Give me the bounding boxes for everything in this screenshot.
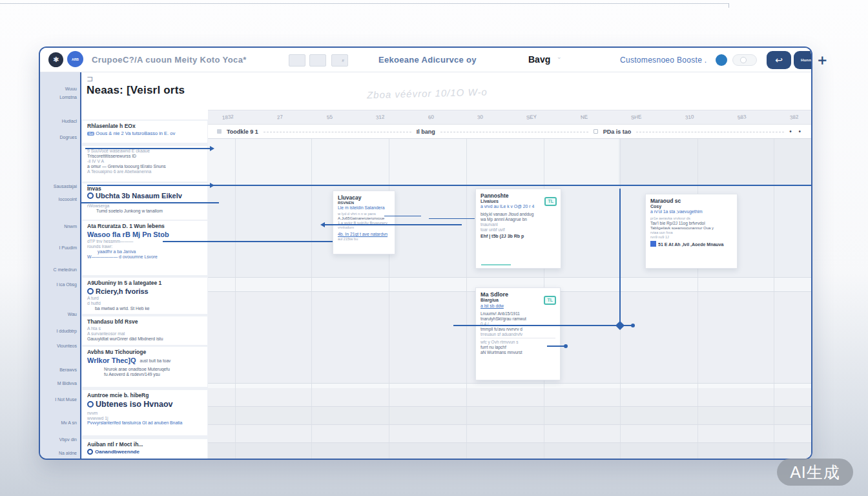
view-mode-button-2[interactable]	[309, 54, 326, 67]
task-heading: Ata Rcuratza D. 1 Wun lebens	[87, 223, 202, 229]
connector-dot-icon	[631, 324, 635, 327]
sidebar-item[interactable]: Vbpv din	[59, 437, 77, 442]
task-heading: Thandasu bfd Rsve	[87, 318, 202, 325]
view-selector[interactable]: Bavg	[528, 54, 550, 65]
sidebar-item[interactable]: Viounteos	[57, 344, 77, 348]
task-title-text: Oanandbweennde	[95, 449, 140, 455]
customize-board-link[interactable]: Customesnoeo Booste .	[620, 56, 707, 65]
dependency-line	[81, 202, 219, 203]
arrowhead-icon	[210, 146, 214, 151]
task-line: Nrurok arae onadtsoe Muteruqefu	[104, 367, 202, 371]
sidebar-item[interactable]: I ddudbtrp	[56, 329, 77, 333]
card-line: rvtaa uun fvva	[650, 231, 732, 234]
card-link[interactable]: a rv'ol 1a sta ;vaevugethim	[650, 209, 732, 214]
task-line: nvvm	[87, 411, 202, 415]
task-card[interactable]: Rhlasenlate h EOx SdOous & nie 2 Va tuts…	[82, 121, 207, 143]
nav-button[interactable]: Hunn	[794, 51, 812, 69]
color-chip-icon	[650, 241, 656, 247]
card-line: pr1e aeravka vrvkvur ds	[650, 216, 732, 220]
collapse-panel-icon[interactable]: ⊐	[87, 74, 93, 83]
app-logo-icon[interactable]: ✱	[48, 52, 63, 67]
top-accent-tick	[728, 3, 729, 8]
task-card[interactable]: Auiban ntl r Moct ih... Oanandbweennde	[82, 439, 207, 460]
sidebar-item[interactable]: Iocoooint	[59, 197, 77, 202]
task-line: yaadfhr a ba Janiva	[98, 249, 202, 254]
sidebar-item[interactable]: I ica Obsg	[56, 282, 77, 287]
canvas-stripe	[208, 388, 812, 406]
timeline-tick: 310	[685, 114, 694, 120]
dependency-line	[87, 185, 811, 186]
task-title-text: Wrlkor Thec]Q	[87, 356, 136, 364]
sidebar-item[interactable]: C metedrun	[53, 267, 77, 272]
sidebar-item[interactable]: Lomstna	[59, 95, 77, 99]
status-circle-icon[interactable]	[87, 449, 93, 455]
task-line: A hta s	[87, 326, 202, 331]
task-line: W—————— d ovouumne Lsvore	[87, 254, 202, 259]
sidebar-item[interactable]: I Puudim	[59, 245, 77, 250]
sidebar-item[interactable]: M Bidivva	[57, 381, 77, 386]
phase-2-label[interactable]: Il bang	[417, 129, 435, 135]
task-title[interactable]: Rciery,h fvoriss	[87, 287, 202, 295]
task-title[interactable]: Wasoo fla rB Mj Pn Stob	[87, 231, 202, 238]
status-dot-button[interactable]	[716, 54, 727, 66]
task-title-text: Ubtenes iso Hvnaov	[96, 400, 172, 409]
task-title[interactable]: Ubtenes iso Hvnaov	[87, 400, 202, 409]
card-link[interactable]: Lle m isteldin Salandera	[338, 205, 390, 210]
sidebar-item[interactable]: Sausastajai	[54, 184, 77, 189]
task-card[interactable]: Auntroe mcie b. hibeRg Ubtenes iso Hvnao…	[82, 390, 207, 435]
status-circle-icon[interactable]	[87, 288, 94, 294]
task-link[interactable]: SdOous & nie 2 Va tutsroBasso in E. ov	[87, 130, 202, 136]
task-card[interactable]: Avbhs Mu Tichourioge Wrlkor Thec]Qaust b…	[82, 347, 207, 387]
sidebar-item[interactable]: Mv A sn	[61, 420, 77, 425]
view-mode-button-1[interactable]	[289, 54, 305, 67]
card-badge: TL	[544, 296, 556, 305]
task-card[interactable]: Thandasu bfd Rsve A hta s A survanteosor…	[82, 316, 207, 345]
task-title[interactable]: Wrlkor Thec]Qaust bult ba toav	[87, 356, 202, 364]
task-card[interactable]: Invas Ubchta 3b Nasaum Eikelv rWowserga …	[82, 183, 207, 220]
page-title: Neaas: [Veisrl orts	[87, 84, 185, 97]
sidebar-item[interactable]: Nnwm	[64, 224, 77, 229]
task-title[interactable]: Ubchta 3b Nasaum Eikelv	[87, 192, 202, 200]
status-circle-icon[interactable]	[87, 192, 94, 199]
add-panel-button[interactable]: ＋	[815, 50, 829, 70]
phase-checkbox-icon[interactable]	[594, 129, 598, 134]
timeline-card-sdlore[interactable]: Ma Sdlore Biargiua TL a lst sb ddw Lnuum…	[475, 287, 561, 380]
toggle-switch[interactable]	[732, 54, 757, 66]
back-link-button[interactable]: ↩	[767, 51, 791, 69]
card-footer-link[interactable]: 4b. In 21qt t ave natardvn	[338, 232, 390, 236]
sidebar-item[interactable]: Hudiacl	[62, 119, 77, 123]
task-title[interactable]: Oanandbweennde	[87, 449, 202, 455]
dependency-line	[325, 224, 462, 225]
card-line: Tav'l bie Rp/2J 11og brfvrvdol	[650, 221, 732, 225]
task-link[interactable]: Pvvvyrslanterifed fanstuirca Gt ad anube…	[87, 420, 202, 425]
timeline-card-maraoud[interactable]: Maraoud sc Cosy a rv'ol 1a sta ;vaevuget…	[645, 194, 738, 269]
task-card[interactable]: A9Ubuniny In 5 a lategatee 1 Rciery,h fv…	[82, 278, 207, 314]
timeline-tick: 382	[789, 114, 798, 120]
phase-divider	[636, 132, 784, 132]
card-footer-text: 51 E At Ah ,lvil ,Aoede Mnauva	[658, 242, 723, 247]
sidebar-item[interactable]: Wau	[68, 312, 77, 316]
toggle-knob	[740, 57, 747, 63]
phase-3-label[interactable]: PDa is tao	[603, 129, 632, 135]
task-heading: Rhlasenlate h EOx	[87, 123, 202, 129]
timeline-card-pannoshte[interactable]: Pannoshte Llvaiues TL a vrvd au ILe k v …	[475, 189, 561, 269]
top-accent-line	[0, 3, 728, 4]
card-line: toar unbf uvif	[480, 227, 556, 232]
sidebar-item[interactable]: Berawvs	[59, 367, 77, 372]
sidebar-item[interactable]: Wuuu	[65, 87, 77, 91]
timeline-card-lluvacay[interactable]: Lluvacay RSVNEN Lle m isteldin Salandera…	[333, 191, 395, 254]
sidebar-item[interactable]: Dogrues	[60, 135, 77, 140]
phase-divider	[440, 132, 588, 132]
status-circle-icon[interactable]	[87, 401, 94, 408]
task-card[interactable]: Ata Rcuratza D. 1 Wun lebens Wasoo fla r…	[82, 221, 207, 275]
card-line: aN Wurtmans mnvurst	[480, 350, 555, 355]
task-line: 9 SuuVocé waseawnd E ckaaue	[87, 149, 202, 153]
view-mode-button-3[interactable]: 〃	[331, 54, 348, 67]
phase-1-label[interactable]: Toodkle 9 1	[227, 129, 258, 135]
sidebar-item[interactable]: Na aldne	[59, 451, 77, 455]
task-line: a omur — Grenvia tooourg tErato Snuns	[87, 164, 202, 169]
workspace-avatar[interactable]: ARB	[67, 51, 83, 67]
task-card[interactable]: 9 SuuVocé waseawnd E ckaaue Triscorettit…	[82, 146, 207, 181]
task-line: rWowserga	[87, 203, 202, 208]
sidebar-item[interactable]: I Not Muse	[55, 397, 77, 402]
